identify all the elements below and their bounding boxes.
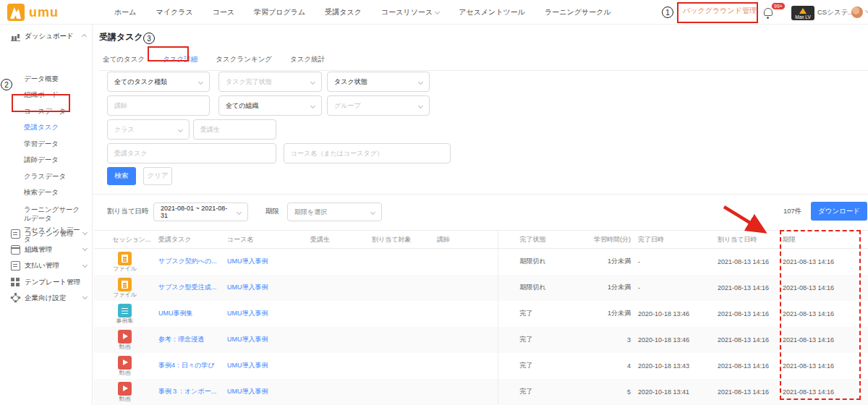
sidebar-item-course-data[interactable]: コースデータ [0,103,93,120]
sidebar-item-data-overview[interactable]: データ概要 [0,71,93,88]
col-completed: 完了日時 [635,231,715,249]
col-minutes: 学習時間(分) [584,231,635,249]
casebook-icon [118,304,132,317]
document-icon [11,229,20,239]
table-row: ファイル サブスク型受注成... UMU導入事例 期限切れ 1分未満 - 202… [94,275,868,301]
chevron-down-icon [418,80,423,85]
chevron-down-icon [198,80,203,85]
sidebar-item-instructor-data[interactable]: 講師データ [0,153,93,169]
sidebar-item-class-data[interactable]: クラスデータ [0,169,93,185]
table-row: 動画 参考：理念浸透 UMU導入事例 完了 3 2020-10-18 13:46… [94,327,868,353]
assign-date-range-select[interactable]: 2021-08-01 ~ 2021-08-31 [153,202,248,221]
file-icon [118,278,132,291]
section-divider [93,194,868,195]
tab-task-stats[interactable]: タスク統計 [290,52,325,70]
sidebar-section-template-mgmt[interactable]: テンプレート管理 [0,274,93,290]
table-row: 動画 事例4：日々の学び UMU導入事例 完了 4 2020-10-18 13:… [94,353,868,379]
avatar[interactable] [851,7,863,18]
sidebar-section-content-mgmt[interactable]: コンテンツ管理 [0,226,93,242]
table-row: 動画 事例３：オンボー... UMU導入事例 完了 5 2020-10-18 1… [94,379,868,405]
course-link[interactable]: UMU導入事例 [227,257,268,265]
completion-status-select[interactable]: タスク完了状態 [218,72,322,92]
organization-select[interactable]: 全ての組織 [218,95,322,116]
nav-item-myclass[interactable]: マイクラス [156,7,192,17]
task-input[interactable] [114,150,269,157]
video-icon [118,330,132,344]
chevron-down-icon [82,294,88,299]
course-link[interactable]: UMU導入事例 [227,388,268,395]
sidebar-item-learning-data[interactable]: 学習データ [0,136,93,153]
umu-logo[interactable]: umu [7,4,59,21]
search-button[interactable]: 検索 [107,167,136,185]
student-input[interactable] [200,126,269,133]
account-name[interactable]: CSシステ... [817,8,854,17]
group-select[interactable]: グループ [327,95,430,116]
background-admin-link[interactable]: バックグラウンド管理 [683,6,757,16]
chevron-up-icon [82,34,87,39]
task-link[interactable]: 参考：理念浸透 [158,336,204,343]
bar-chart-icon [11,32,20,41]
sidebar-item-learning-circle-data[interactable]: ラーニングサークルデータ [0,201,93,227]
nav-item-home[interactable]: ホーム [114,7,136,17]
sidebar-section-dashboard[interactable]: ダッシュボード [11,32,86,41]
nav-item-assessment-tools[interactable]: アセスメントツール [459,7,525,17]
course-link[interactable]: UMU導入事例 [227,310,268,317]
nav-item-learning-circle[interactable]: ラーニングサークル [545,7,611,17]
sidebar-section-org-mgmt[interactable]: 組織管理 [0,242,93,257]
chevron-down-icon [435,9,440,14]
tab-task-detail[interactable]: タスク詳細 [163,52,197,70]
video-icon [118,356,132,370]
course-link[interactable]: UMU導入事例 [227,336,268,343]
task-link[interactable]: サブスク契約への... [158,257,217,265]
dashboard-submenu: データ概要 組織ボード コースデータ 受講タスク 学習データ 講師データ クラス… [0,71,93,244]
table-row: ファイル サブスク契約への... UMU導入事例 期限切れ 1分未満 - 202… [94,249,868,275]
sidebar-section-payment-mgmt[interactable]: 支払い管理 [0,258,93,274]
main-content: 受講タスク 全てのタスク タスク詳細 タスクランキング タスク統計 全てのタスク… [93,25,868,405]
umu-logo-icon [7,4,25,21]
template-icon [11,278,20,287]
receipt-icon [11,261,20,270]
chevron-down-icon [82,263,88,268]
col-session: セッション... [94,231,156,249]
nav-item-tasks[interactable]: 受講タスク [325,7,362,17]
tab-task-ranking[interactable]: タスクランキング [216,52,272,70]
notification-bell-icon[interactable] [764,8,773,16]
nav-item-learning-program[interactable]: 学習プログラム [254,7,305,17]
card-icon [11,245,20,255]
instructor-field-wrap [107,95,210,116]
status-cell: 期限切れ [498,249,584,275]
task-link[interactable]: UMU事例集 [158,310,193,317]
course-link[interactable]: UMU導入事例 [227,362,268,369]
chevron-down-icon [418,103,423,108]
download-button[interactable]: ダウンロード [811,202,867,221]
status-cell: 完了 [498,353,584,379]
instructor-input[interactable] [114,102,203,109]
status-cell: 完了 [498,327,584,353]
chevron-down-icon [82,230,88,235]
chevron-down-icon [310,80,315,85]
class-select[interactable]: クラス [107,119,190,140]
course-input[interactable] [291,150,443,157]
task-type-select[interactable]: 全てのタスク種類 [107,72,210,92]
task-status-select[interactable]: タスク状態 [327,72,430,92]
deadline-select[interactable]: 期限を選択 [287,202,382,221]
status-cell: 期限切れ [498,275,584,301]
notification-count-badge: 99+ [771,2,786,10]
sidebar-section-enterprise-settings[interactable]: 企業向け設定 [0,290,93,306]
sidebar-item-org-board[interactable]: 組織ボード [0,88,93,104]
task-link[interactable]: 事例4：日々の学び [158,362,214,369]
nav-menu: ホーム マイクラス コース 学習プログラム 受講タスク コースリソース アセスメ… [114,0,611,25]
task-link[interactable]: サブスク型受注成... [158,284,216,291]
sidebar-item-tasks[interactable]: 受講タスク [0,120,93,137]
col-student: 受講生 [307,231,369,249]
chevron-down-icon [310,103,315,108]
clear-button[interactable]: クリア [143,167,172,185]
tab-all-tasks[interactable]: 全てのタスク [103,52,145,70]
nav-item-course-resources[interactable]: コースリソース [381,7,439,17]
course-link[interactable]: UMU導入事例 [227,284,268,291]
col-deadline: 期限 [780,231,868,249]
account-chevron-down-icon[interactable] [865,8,868,13]
sidebar-item-search-data[interactable]: 検索データ [0,185,93,202]
nav-item-course[interactable]: コース [213,7,234,17]
task-link[interactable]: 事例３：オンボー... [158,388,216,395]
